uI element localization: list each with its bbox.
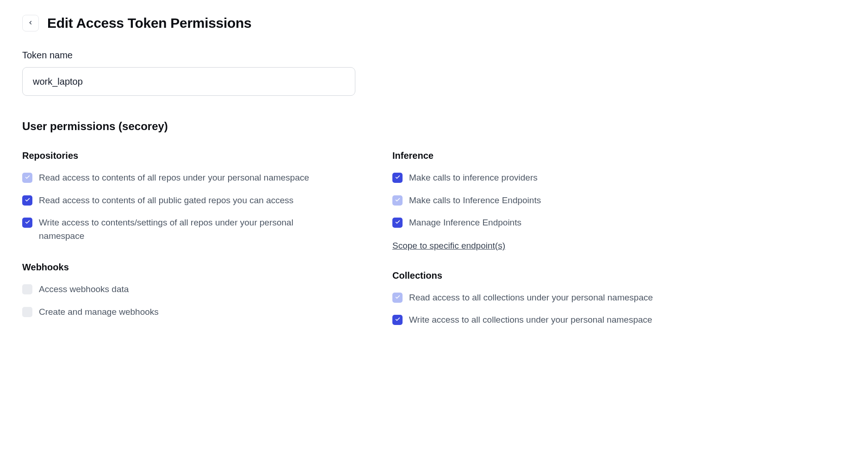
perm-row-collections-read: Read access to all collections under you… [392,291,688,305]
perm-row-webhooks-manage: Create and manage webhooks [22,306,337,319]
check-icon [395,293,401,302]
checkbox-inference-endpoints-manage[interactable] [392,218,403,228]
chevron-left-icon [27,19,34,27]
checkbox-inference-endpoints-call[interactable] [392,195,403,206]
permissions-columns: Repositories Read access to contents of … [22,146,846,336]
perm-label: Access webhooks data [39,283,129,296]
token-name-label: Token name [22,50,846,61]
token-name-input[interactable] [22,67,355,96]
back-button[interactable] [22,15,39,31]
check-icon [25,196,31,205]
perm-label: Write access to contents/settings of all… [39,216,337,243]
perm-label: Read access to all collections under you… [409,291,653,305]
checkbox-webhooks-access[interactable] [22,284,32,294]
perm-row-repo-write: Write access to contents/settings of all… [22,216,337,243]
left-column: Repositories Read access to contents of … [22,146,337,336]
perm-label: Manage Inference Endpoints [409,216,521,230]
checkbox-repo-read-personal[interactable] [22,173,32,183]
check-icon [395,196,401,205]
perm-label: Write access to all collections under yo… [409,313,652,327]
perm-row-repo-read-gated: Read access to contents of all public ga… [22,194,337,207]
check-icon [25,174,31,182]
perm-label: Read access to contents of all public ga… [39,194,293,207]
perm-label: Make calls to Inference Endpoints [409,194,541,207]
perm-label: Make calls to inference providers [409,171,538,185]
page-header: Edit Access Token Permissions [22,15,846,31]
group-title-repositories: Repositories [22,150,337,161]
check-icon [395,174,401,182]
group-title-webhooks: Webhooks [22,262,337,273]
checkbox-repo-read-gated[interactable] [22,195,32,206]
perm-row-repo-read-personal: Read access to contents of all repos und… [22,171,337,185]
page-title: Edit Access Token Permissions [47,15,251,31]
user-permissions-heading: User permissions (secorey) [22,120,846,133]
check-icon [395,316,401,324]
perm-row-inference-endpoints-call: Make calls to Inference Endpoints [392,194,688,207]
check-icon [395,219,401,227]
checkbox-collections-read[interactable] [392,293,403,303]
checkbox-inference-providers[interactable] [392,173,403,183]
group-title-inference: Inference [392,150,688,161]
perm-row-webhooks-access: Access webhooks data [22,283,337,296]
perm-row-collections-write: Write access to all collections under yo… [392,313,688,327]
group-title-collections: Collections [392,270,688,281]
perm-row-inference-providers: Make calls to inference providers [392,171,688,185]
perm-label: Read access to contents of all repos und… [39,171,309,185]
checkbox-webhooks-manage[interactable] [22,307,32,317]
checkbox-collections-write[interactable] [392,315,403,325]
perm-label: Create and manage webhooks [39,306,159,319]
checkbox-repo-write[interactable] [22,218,32,228]
perm-row-inference-endpoints-manage: Manage Inference Endpoints [392,216,688,230]
check-icon [25,219,31,227]
right-column: Inference Make calls to inference provid… [392,146,688,336]
scope-endpoints-link[interactable]: Scope to specific endpoint(s) [392,241,505,251]
